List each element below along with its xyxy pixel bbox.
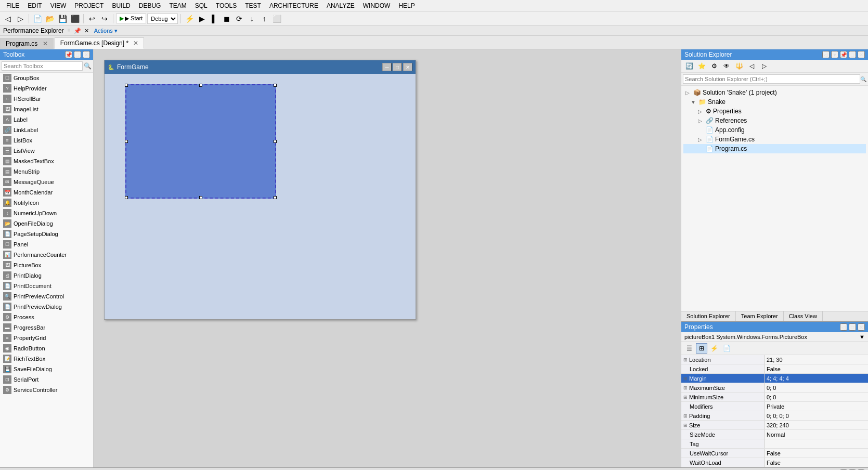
toolbox-item-openfiledialog[interactable]: 📂OpenFileDialog (0, 218, 93, 229)
se-preview-btn[interactable]: 👁 (721, 61, 732, 71)
toolbox-item-imagelist[interactable]: 🖼ImageList (0, 104, 93, 114)
toolbox-item-listbox[interactable]: ≡ListBox (0, 135, 93, 146)
toolbox-item-label[interactable]: ALabel (0, 114, 93, 125)
toolbar-forward-btn[interactable]: ▷ (15, 13, 26, 24)
toolbox-item-hscrollbar[interactable]: ↔HScrollBar (0, 94, 93, 104)
toolbox-item-helpprovider[interactable]: ?HelpProvider (0, 83, 93, 94)
tree-references[interactable]: ▷ 🔗 References (683, 116, 866, 125)
prop-value-size[interactable]: 320; 240 (765, 421, 868, 429)
debug-start-btn[interactable]: ▶ ▶ Start (116, 14, 146, 23)
tree-project[interactable]: ▼ 📁 Snake (683, 97, 866, 107)
se-prop-btn[interactable]: ⚙ (708, 61, 720, 71)
prop-row-location[interactable]: ⊞ Location 21; 30 (681, 355, 868, 364)
toolbox-max-btn[interactable]: □ (74, 51, 81, 58)
properties-object-selector[interactable]: pictureBox1 System.Windows.Forms.Picture… (681, 332, 868, 342)
props-pin-btn[interactable]: ◁ (840, 323, 847, 331)
perf-actions-label[interactable]: Actions ▾ (94, 28, 118, 34)
se-max-btn[interactable]: □ (849, 51, 856, 58)
prop-value-margin[interactable]: 4; 4; 4; 4 (765, 374, 868, 383)
prop-value-padding[interactable]: 0; 0; 0; 0 (765, 411, 868, 420)
form-designer-canvas[interactable]: 🐍 FormGame ─ □ ✕ (104, 60, 416, 320)
tree-programcs[interactable]: 📄 Program.cs (683, 144, 866, 153)
tree-properties[interactable]: ▷ ⚙ Properties (683, 107, 866, 116)
toolbox-item-printpreviewdialog[interactable]: 📄PrintPreviewDialog (0, 302, 93, 312)
toolbar-undo-btn[interactable]: ↩ (86, 13, 98, 24)
toolbox-item-monthcalendar[interactable]: 📅MonthCalendar (0, 187, 93, 198)
toolbar-misc5[interactable]: ⟳ (234, 13, 245, 24)
form-maximize-btn[interactable]: □ (393, 63, 402, 71)
picturebox1[interactable] (125, 84, 276, 199)
toolbox-item-richtextbox[interactable]: 📝RichTextBox (0, 354, 93, 364)
toolbox-item-printdocument[interactable]: 📄PrintDocument (0, 281, 93, 291)
toolbar-saveall-btn[interactable]: ⬛ (69, 13, 81, 24)
tab-solution-explorer[interactable]: Solution Explorer (681, 311, 736, 321)
toolbox-item-servicecontroller[interactable]: ⚙ServiceController (0, 385, 93, 395)
toolbox-item-linklabel[interactable]: 🔗LinkLabel (0, 125, 93, 135)
prop-value-location[interactable]: 21; 30 (765, 355, 868, 364)
toolbox-item-progressbar[interactable]: ▬ProgressBar (0, 322, 93, 333)
toolbox-close-btn[interactable]: ✕ (83, 51, 90, 58)
toolbox-item-menustrip[interactable]: ▤MenuStrip (0, 166, 93, 177)
menu-build[interactable]: BUILD (108, 1, 134, 10)
prop-value-minimumsize[interactable]: 0; 0 (765, 393, 868, 401)
prop-row-size[interactable]: ⊞ Size 320; 240 (681, 421, 868, 430)
prop-row-waitonload[interactable]: WaitOnLoad False (681, 458, 868, 467)
menu-tools[interactable]: TOOLS (212, 1, 241, 10)
form-minimize-btn[interactable]: ─ (382, 63, 392, 71)
resize-handle-tl[interactable] (125, 84, 128, 87)
toolbox-item-pagesetupdialog[interactable]: 📄PageSetupDialog (0, 229, 93, 239)
resize-handle-bl[interactable] (125, 196, 128, 199)
props-close-btn[interactable]: ✕ (858, 323, 865, 331)
prop-value-locked[interactable]: False (765, 364, 868, 373)
toolbar-back-btn[interactable]: ◁ (2, 13, 14, 24)
tab-formgame-design[interactable]: FormGame.cs [Design] * ✕ (55, 37, 145, 49)
prop-row-tag[interactable]: Tag (681, 439, 868, 449)
toolbox-search-input[interactable] (2, 61, 83, 71)
toolbar-misc7[interactable]: ↑ (258, 13, 270, 24)
form-body[interactable] (105, 74, 416, 319)
toolbox-item-notifyicon[interactable]: 🔔NotifyIcon (0, 198, 93, 208)
props-max-btn[interactable]: □ (849, 323, 856, 331)
prop-row-maximumsize[interactable]: ⊞ MaximumSize 0; 0 (681, 383, 868, 393)
toolbox-pin-btn[interactable]: 📌 (65, 51, 72, 58)
prop-row-padding[interactable]: ⊞ Padding 0; 0; 0; 0 (681, 411, 868, 421)
se-tools-btn[interactable]: ▼ (831, 51, 838, 58)
se-more-btn[interactable]: ◁ (746, 61, 757, 71)
toolbar-redo-btn[interactable]: ↪ (99, 13, 110, 24)
toolbox-item-maskedtextbox[interactable]: ▤MaskedTextBox (0, 156, 93, 166)
toolbox-item-savefiledialog[interactable]: 💾SaveFileDialog (0, 364, 93, 374)
props-cat-btn[interactable]: ☰ (683, 343, 695, 354)
menu-architecture[interactable]: ARCHITECTURE (265, 1, 322, 10)
toolbox-item-printdialog[interactable]: 🖨PrintDialog (0, 270, 93, 281)
prop-value-waitonload[interactable]: False (765, 458, 868, 467)
menu-edit[interactable]: EDIT (23, 1, 46, 10)
se-git-btn[interactable]: 🔱 (733, 61, 745, 71)
prop-value-modifiers[interactable]: Private (765, 402, 868, 411)
toolbar-misc2[interactable]: ▶ (196, 13, 208, 24)
toolbox-item-panel[interactable]: ☐Panel (0, 239, 93, 250)
toolbox-item-messagequeue[interactable]: ✉MessageQueue (0, 177, 93, 187)
toolbox-item-radiobutton[interactable]: ◉RadioButton (0, 343, 93, 354)
menu-team[interactable]: TEAM (165, 1, 190, 10)
props-alpha-btn[interactable]: ⊞ (696, 343, 707, 354)
tree-formgame[interactable]: ▷ 📄 FormGame.cs (683, 135, 866, 144)
toolbox-item-numericupdown[interactable]: ↕NumericUpDown (0, 208, 93, 218)
menu-sql[interactable]: SQL (191, 1, 212, 10)
se-more2-btn[interactable]: ▷ (758, 61, 770, 71)
resize-handle-mr[interactable] (274, 140, 277, 143)
menu-window[interactable]: WINDOW (359, 1, 395, 10)
perf-close-btn[interactable]: ✕ (84, 28, 89, 34)
prop-value-maximumsize[interactable]: 0; 0 (765, 383, 868, 392)
prop-row-usewaitcursor[interactable]: UseWaitCursor False (681, 449, 868, 458)
solution-search-input[interactable] (683, 74, 860, 84)
tree-appconfig[interactable]: 📄 App.config (683, 125, 866, 135)
prop-value-tag[interactable] (765, 439, 868, 448)
menu-file[interactable]: FILE (2, 1, 23, 10)
resize-handle-bc[interactable] (199, 196, 202, 199)
toolbox-item-process[interactable]: ⚙Process (0, 312, 93, 322)
prop-row-minimumsize[interactable]: ⊞ MinimumSize 0; 0 (681, 393, 868, 402)
resize-handle-ml[interactable] (125, 140, 128, 143)
debug-mode-select[interactable]: Debug (147, 14, 178, 24)
tree-solution[interactable]: ▷ 📦 Solution 'Snake' (1 project) (683, 88, 866, 97)
toolbar-misc4[interactable]: ◼ (221, 13, 232, 24)
